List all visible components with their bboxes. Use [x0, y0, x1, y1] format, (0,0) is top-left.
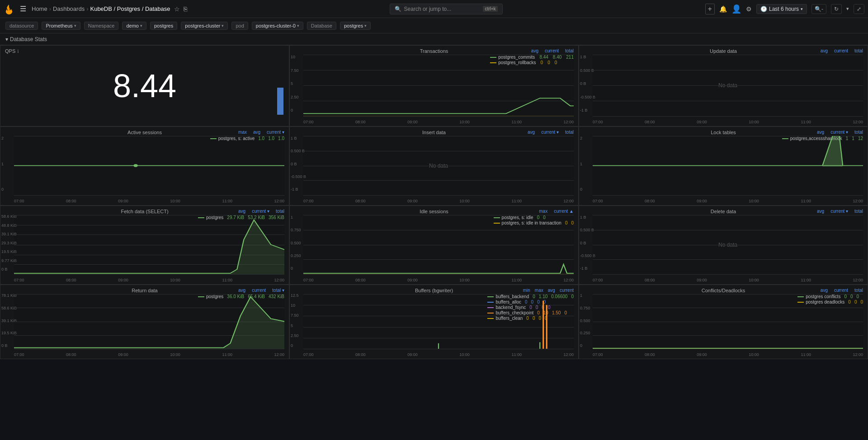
buf-x-axis: 07:0008:0009:0010:0011:0012:00: [303, 352, 574, 357]
insert-header-avg: avg: [528, 130, 535, 135]
qps-title: QPS: [5, 48, 15, 54]
as-x-axis: 07:0008:0009:0010:0011:0012:00: [14, 199, 284, 203]
fd-header-current: current ▾: [252, 209, 269, 214]
search-shortcut: ctrl+k: [483, 6, 497, 12]
rd-header-current: current: [252, 288, 266, 293]
qps-panel: QPS ℹ 8.44: [0, 45, 289, 126]
filter-postgres-cluster-0[interactable]: postgres-cluster-0 ▾: [252, 22, 303, 30]
bell-icon[interactable]: 🔔: [719, 5, 727, 13]
info-icon[interactable]: ℹ: [17, 49, 19, 54]
database-text: Database: [311, 23, 332, 28]
idle-sessions-panel: Idle sessions max current ▲ postgres, s:…: [289, 206, 579, 285]
zoom-out-button[interactable]: 🔍-: [811, 4, 826, 14]
demo-value: demo: [126, 23, 139, 28]
insert-chart: No data: [303, 136, 574, 195]
settings-icon[interactable]: ⚙: [746, 5, 752, 13]
breadcrumb-current: KubeDB / Postgres / Database: [90, 5, 170, 12]
lt-x-axis: 07:0008:0009:0010:0011:0012:00: [593, 199, 863, 203]
transactions-panel: Transactions avg current total postgres_…: [289, 45, 579, 126]
update-header-avg: avg: [821, 48, 828, 53]
svg-marker-2: [14, 220, 284, 274]
qps-value: 8.44: [0, 46, 289, 126]
breadcrumb-dashboards[interactable]: Dashboards: [53, 5, 85, 12]
rd-header-total: total ▾: [272, 288, 284, 293]
dd-header-current: current ▾: [830, 209, 848, 214]
breadcrumb-home[interactable]: Home: [32, 5, 47, 12]
chevron-down-icon: ▾: [74, 23, 76, 28]
search-placeholder: Search or jump to...: [404, 6, 483, 12]
search-bar[interactable]: 🔍 Search or jump to... ctrl+k: [390, 4, 503, 14]
update-x-axis: 07:0008:0009:0010:0011:0012:00: [593, 120, 863, 124]
pod-text: pod: [236, 23, 244, 28]
insert-x-axis: 07:0008:0009:0010:0011:0012:00: [303, 199, 574, 203]
fd-header-total: total: [276, 209, 284, 214]
transactions-y-axis: 107.5052.500: [291, 55, 299, 112]
lt-header-avg: avg: [817, 130, 824, 135]
buf-header-avg: avg: [548, 288, 555, 293]
conflicts-panel: Conflicts/Deadlocks avg current total po…: [579, 285, 868, 359]
is-y-axis: 10.7500.5000.2500: [291, 215, 301, 271]
user-icon[interactable]: 👤: [731, 4, 741, 14]
postgres-cluster-0-value: postgres-cluster-0: [256, 23, 296, 28]
fetch-data-panel: Fetch data (SELECT) avg current ▾ total …: [0, 206, 289, 285]
lt-header-current: current ▾: [830, 130, 848, 135]
rd-chart: [14, 294, 284, 349]
is-header-max: max: [539, 209, 547, 214]
dd-header-avg: avg: [817, 209, 824, 214]
dd-x-axis: 07:0008:0009:0010:0011:0012:00: [593, 278, 863, 282]
postgres-cluster-value: postgres-cluster: [185, 23, 220, 28]
cf-chart: [593, 294, 863, 349]
buf-header-min: min: [523, 288, 530, 293]
filter-postgres-db[interactable]: postgres ▾: [340, 22, 371, 30]
postgres-db-value: postgres: [344, 23, 363, 28]
filter-prometheus[interactable]: QPS Prometheus ▾: [42, 22, 80, 30]
prometheus-label: Prometheus: [46, 23, 72, 28]
transactions-header-avg: avg: [531, 48, 538, 53]
refresh-interval-arrow[interactable]: ▾: [846, 6, 849, 12]
search-icon: 🔍: [395, 6, 401, 12]
lock-tables-panel: Lock tables avg current ▾ total postgres…: [579, 126, 868, 206]
section-toggle-icon[interactable]: ▾: [5, 36, 8, 42]
chevron-down-icon: ▾: [801, 7, 803, 11]
lt-y-axis: 210: [580, 136, 582, 192]
top-right-controls: + 🔔 👤 ⚙ 🕐 Last 6 hours ▾ 🔍- ↻ ▾ ⤢: [705, 4, 864, 14]
dashboard-row-2: Active sessions max avg current ▾ postgr…: [0, 126, 868, 206]
dashboard-row-4: Return data avg current total ▾ postgres…: [0, 285, 868, 359]
is-x-axis: 07:0008:0009:0010:0011:0012:00: [303, 278, 574, 282]
share-icon[interactable]: ⎘: [184, 5, 187, 13]
svg-marker-3: [14, 297, 284, 349]
return-data-panel: Return data avg current total ▾ postgres…: [0, 285, 289, 359]
is-chart: [303, 215, 574, 274]
hamburger-icon[interactable]: ☰: [20, 5, 26, 13]
filter-demo[interactable]: demo ▾: [122, 22, 146, 30]
datasource-label: datasource: [9, 23, 34, 28]
update-data-panel: Update data avg current total 1 B0.500 B…: [579, 45, 868, 126]
plus-icon[interactable]: +: [705, 4, 715, 14]
insert-data-panel: Insert data avg current ▾ total 1 B0.500…: [289, 126, 579, 206]
time-range-label: Last 6 hours: [769, 6, 799, 12]
is-header-current: current ▲: [554, 209, 574, 214]
time-range-picker[interactable]: 🕐 Last 6 hours ▾: [756, 4, 807, 14]
expand-button[interactable]: ⤢: [854, 4, 864, 14]
transactions-x-axis: 07:0008:0009:0010:0011:0012:00: [303, 120, 574, 124]
refresh-button[interactable]: ↻: [831, 4, 842, 14]
as-header-avg: avg: [253, 130, 260, 135]
star-icon[interactable]: ☆: [174, 5, 180, 13]
active-sessions-panel: Active sessions max avg current ▾ postgr…: [0, 126, 289, 206]
filter-postgres-cluster[interactable]: postgres-cluster ▾: [181, 22, 228, 30]
cf-x-axis: 07:0008:0009:0010:0011:0012:00: [593, 352, 863, 357]
update-header-current: current: [834, 48, 848, 53]
qps-title-row: QPS ℹ: [5, 48, 19, 54]
fd-header-avg: avg: [238, 209, 245, 214]
update-header-total: total: [854, 48, 863, 53]
buf-y-axis: 12.5107.5052.500: [291, 293, 299, 348]
transactions-chart: [303, 55, 574, 116]
cf-header-avg: avg: [821, 288, 828, 293]
as-header-current: current ▾: [267, 130, 284, 135]
filter-postgres[interactable]: postgres: [150, 22, 177, 30]
dashboard-row-1: QPS ℹ 8.44 Transactions avg current tota…: [0, 45, 868, 126]
buf-chart: [303, 294, 574, 349]
buf-header-current: current: [560, 288, 574, 293]
dashboard-row-3: Fetch data (SELECT) avg current ▾ total …: [0, 206, 868, 285]
app-logo: [4, 4, 14, 14]
